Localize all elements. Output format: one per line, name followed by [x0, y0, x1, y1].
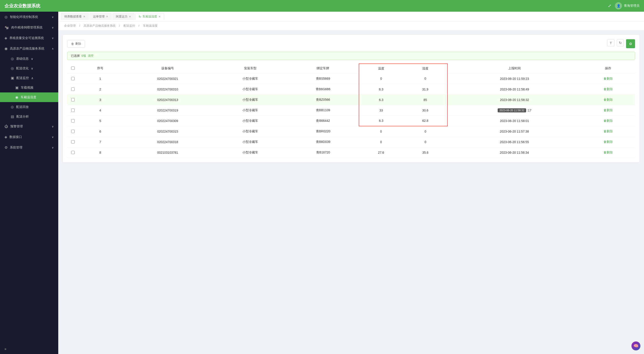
- tab-close-icon[interactable]: ✕: [106, 15, 108, 18]
- sidebar-collapse-btn[interactable]: ≡: [0, 344, 58, 354]
- cell-install-type: 小型冷藏车: [213, 94, 288, 105]
- row-checkbox[interactable]: [71, 98, 74, 101]
- cell-index: 3: [78, 94, 122, 105]
- font-size-button[interactable]: T: [607, 39, 614, 46]
- row-checkbox[interactable]: [71, 77, 74, 80]
- expand-icon[interactable]: ⤢: [608, 3, 611, 8]
- table-row: 4 020224700319 小型冷藏车 青BB1109 33 30.6 202…: [67, 105, 635, 115]
- sidebar-item-highland-logistics[interactable]: ◉ 高原农产品物流服务系统 ∧: [0, 43, 58, 54]
- sidebar-item-data-interface[interactable]: ◈ 数据接口 ∨: [0, 132, 58, 142]
- sidebar-item-vehicle-video[interactable]: ▣ 车载视频: [0, 83, 58, 92]
- sidebar-item-label: 车载视频: [21, 86, 34, 90]
- delete-action-btn[interactable]: 🗑删除: [585, 129, 632, 133]
- col-report-time: 上报时间: [448, 64, 581, 73]
- cell-bound-plate: 青B8D039: [287, 137, 359, 147]
- cattle-feed-icon: 🐄: [4, 25, 9, 30]
- cell-temperature: 0: [359, 137, 403, 147]
- app-header: 企业农业数据系统 ⤢ 👤 青海管理员: [0, 0, 644, 12]
- cell-install-type: 小型冷藏车: [213, 126, 288, 137]
- delete-action-btn[interactable]: 🗑删除: [585, 150, 632, 154]
- delivery-optimize-icon: ◎: [11, 66, 14, 70]
- table-row: 5 020224700309 小型冷藏车 青B66442 6.3 62.8 20…: [67, 115, 635, 126]
- select-all-checkbox[interactable]: [71, 66, 74, 70]
- cell-temperature: 6.3: [359, 84, 403, 94]
- delivery-replay-icon: ◎: [11, 105, 14, 109]
- selection-prefix: 已选择: [71, 54, 80, 58]
- breadcrumb-item: 企业管理: [64, 24, 76, 27]
- cell-index: 7: [78, 137, 122, 147]
- cell-temperature: 6.3: [359, 115, 403, 126]
- basic-info-icon: ◎: [11, 57, 14, 61]
- toolbar-right: T ↻ ⚙: [607, 39, 635, 48]
- chevron-down-icon: ∨: [52, 37, 54, 40]
- content-area: 饲养数据查看 ✕ 运单管理 ✕ 闲置运力 ✕ ↻ 车厢温湿度 ✕ 企业管理 / …: [58, 12, 644, 354]
- time-tooltip: 2023-06-20 11:58:32: [498, 108, 526, 112]
- cell-index: 4: [78, 105, 122, 115]
- system-mgmt-icon: ⚙: [4, 145, 8, 150]
- tab-idle-transport[interactable]: 闲置运力 ✕: [112, 13, 134, 20]
- tab-carriage-humidity[interactable]: ↻ 车厢温湿度 ✕: [135, 13, 164, 20]
- col-device-id: 设备编号: [122, 64, 213, 73]
- delete-action-btn[interactable]: 🗑删除: [585, 119, 632, 123]
- sidebar-item-alert-mgmt[interactable]: ⏻ 预警管理 ∨: [0, 121, 58, 132]
- cell-action: 🗑删除: [581, 137, 635, 147]
- refresh-icon: ↻: [619, 41, 622, 45]
- sidebar-item-delivery-replay[interactable]: ◎ 配送回放: [0, 102, 58, 112]
- breadcrumb: 企业管理 / 高原农产品物流服务系统 / 配送监控 / 车厢温湿度: [58, 22, 644, 30]
- cell-bound-plate: 青B16720: [287, 147, 359, 158]
- sidebar-item-delivery-optimize[interactable]: ◎ 配送优化 ∨: [0, 64, 58, 73]
- breadcrumb-item: 配送监控: [124, 24, 135, 27]
- breadcrumb-separator: /: [119, 24, 120, 27]
- alert-mgmt-icon: ⏻: [4, 124, 8, 128]
- sidebar-item-carriage-humidity[interactable]: ◉ 车厢温湿度: [0, 92, 58, 102]
- delete-button[interactable]: 🗑 删除: [67, 40, 85, 48]
- cell-install-type: 小型冷藏车: [213, 73, 288, 84]
- row-checkbox[interactable]: [71, 130, 74, 133]
- breeding-icon: ◈: [4, 36, 7, 40]
- cell-action: 🗑删除: [581, 105, 635, 115]
- cell-bound-plate: 青BB1109: [287, 105, 359, 115]
- tab-close-icon[interactable]: ✕: [83, 15, 85, 18]
- delete-action-btn[interactable]: 🗑删除: [585, 108, 632, 112]
- sidebar-item-label: 智能化环境控制系统: [10, 15, 38, 19]
- row-checkbox[interactable]: [71, 119, 74, 122]
- sidebar-item-delivery-analysis[interactable]: ▤ 配送分析: [0, 112, 58, 121]
- sidebar-item-smart-env[interactable]: ◎ 智能化环境控制系统 ∨: [0, 12, 58, 22]
- tab-feeding-data[interactable]: 饲养数据查看 ✕: [61, 13, 89, 20]
- tab-order-mgmt[interactable]: 运单管理 ✕: [90, 13, 112, 20]
- cell-bound-plate: 青BR0220: [287, 126, 359, 137]
- cell-report-time: 2023-06-20 11:58:49: [448, 84, 581, 94]
- row-checkbox[interactable]: [71, 151, 74, 154]
- sidebar-item-delivery-monitor[interactable]: ▣ 配送监控 ∧: [0, 73, 58, 83]
- refresh-button[interactable]: ↻: [617, 39, 624, 46]
- cell-index: 6: [78, 126, 122, 137]
- sidebar-item-cattle-feed[interactable]: 🐄 肉牛精准饲喂管理系统 ∨: [0, 22, 58, 33]
- selection-clear-btn[interactable]: 清空: [88, 54, 94, 58]
- ai-assistant-btn[interactable]: 🧠: [632, 341, 640, 350]
- chevron-down-icon: ∨: [52, 125, 54, 128]
- sidebar-item-basic-info[interactable]: ◎ 基础信息 ∨: [0, 54, 58, 64]
- row-checkbox[interactable]: [71, 87, 74, 91]
- cell-device-id: 020224700313: [122, 94, 213, 105]
- delete-action-btn[interactable]: 🗑删除: [585, 98, 632, 102]
- delete-action-btn[interactable]: 🗑删除: [585, 87, 632, 91]
- tab-label: 车厢温湿度: [142, 15, 157, 19]
- tab-close-icon[interactable]: ✕: [129, 15, 131, 18]
- sidebar-item-breeding-quality[interactable]: ◈ 养殖质量安全可追溯系统 ∨: [0, 33, 58, 43]
- row-checkbox[interactable]: [71, 140, 74, 143]
- cell-index: 1: [78, 73, 122, 84]
- tab-close-icon[interactable]: ✕: [158, 15, 161, 18]
- cell-report-time: 2023-06-20 11:56:55: [448, 137, 581, 147]
- chevron-down-icon: ∨: [31, 57, 33, 61]
- delete-action-btn[interactable]: 🗑删除: [585, 140, 632, 144]
- cell-install-type: 小型冷藏车: [213, 105, 288, 115]
- chevron-down-icon: ∨: [31, 67, 33, 70]
- settings-button[interactable]: ⚙: [626, 39, 635, 48]
- cell-temperature: 27.6: [359, 147, 403, 158]
- sidebar: ◎ 智能化环境控制系统 ∨ 🐄 肉牛精准饲喂管理系统 ∨ ◈ 养殖质量安全可追溯…: [0, 12, 58, 354]
- sidebar-item-system-mgmt[interactable]: ⚙ 系统管理 ∨: [0, 142, 58, 153]
- row-checkbox[interactable]: [71, 109, 74, 112]
- chevron-down-icon: ∨: [52, 16, 54, 19]
- delete-action-btn[interactable]: 🗑删除: [585, 77, 632, 81]
- cell-humidity: 35.6: [403, 147, 448, 158]
